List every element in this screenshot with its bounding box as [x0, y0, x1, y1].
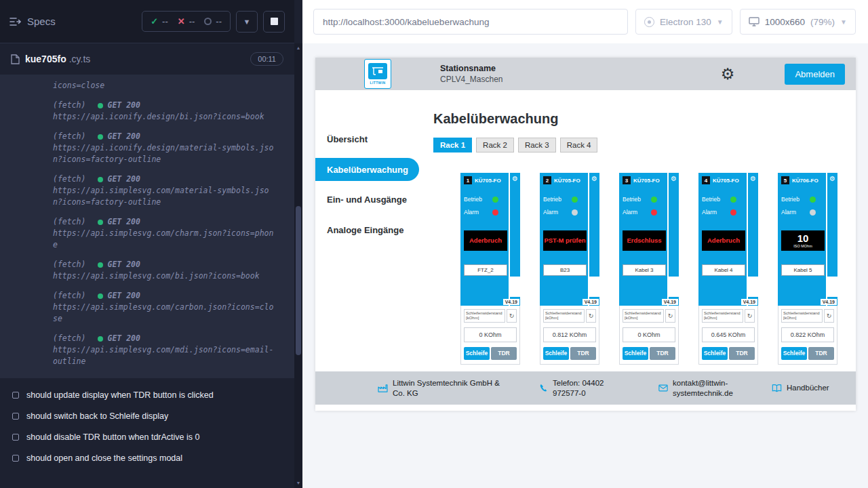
card-settings-gear-icon[interactable]: ⚙ [512, 175, 518, 183]
tdr-button[interactable]: TDR [808, 347, 834, 360]
test-item[interactable]: should open and close the settings modal [12, 453, 285, 463]
tab-rack-2[interactable]: Rack 2 [476, 138, 514, 152]
device-card-main: 1KÜ705-FOBetriebAlarmAderbruchFTZ_2 [460, 173, 509, 306]
reporter-scrollbar[interactable]: ▲ ▼ [294, 43, 302, 488]
tdr-button[interactable]: TDR [570, 347, 596, 360]
status-dot-icon [98, 293, 103, 299]
led-block: BetriebAlarm [781, 196, 825, 216]
tab-rack-1[interactable]: Rack 1 [433, 138, 472, 152]
side-white-segment [827, 277, 837, 297]
request-url: https://api.simplesvg.com/carbon.json?ic… [53, 302, 277, 325]
test-state-icon [12, 455, 19, 462]
betrieb-label: Betrieb [623, 196, 647, 203]
test-state-icon [12, 413, 19, 420]
url-input[interactable] [313, 9, 628, 35]
refresh-icon[interactable]: ↻ [745, 309, 755, 323]
resistance-label: Schleifenwiderstand [kOhm] [464, 309, 505, 323]
footer-link[interactable]: kontakt@littwin-systemtechnik.de [658, 378, 746, 399]
card-settings-gear-icon[interactable]: ⚙ [671, 175, 677, 183]
littwin-logo: LITTWIN [364, 59, 391, 89]
alarm-row: Alarm [702, 209, 745, 216]
runner-panel: Electron 130 ▼ 1000x660 (79%) ▼ [302, 0, 868, 488]
app-sidebar: ÜbersichtKabelüberwachungEin- und Ausgän… [315, 90, 419, 371]
viewport-zoom: (79%) [810, 17, 835, 27]
card-settings-gear-icon[interactable]: ⚙ [829, 175, 835, 183]
alarm-row: Alarm [781, 209, 825, 216]
app-footer-padding [315, 405, 856, 411]
refresh-icon[interactable]: ↻ [665, 309, 675, 323]
footer-link[interactable]: Telefon: 04402 972577-0 [539, 378, 633, 399]
betrieb-row: Betrieb [464, 196, 507, 203]
tdr-button[interactable]: TDR [729, 347, 755, 360]
sidebar-item-analoge-eing-nge[interactable]: Analoge Eingänge [315, 215, 419, 245]
test-item[interactable]: should switch back to Schleife display [12, 411, 285, 421]
viewport-select[interactable]: 1000x660 (79%) ▼ [740, 9, 856, 35]
footer-text: Littwin Systemtechnik GmbH & Co. KG [393, 378, 513, 399]
settings-gear-icon[interactable]: ⚙ [721, 66, 735, 82]
sidebar-item-ein-und-ausg-nge[interactable]: Ein- und Ausgänge [315, 184, 419, 215]
sidebar-item--bersicht[interactable]: Übersicht [315, 124, 419, 155]
device-model: KÜ705-FO [554, 178, 580, 184]
schleife-button[interactable]: Schleife [781, 347, 807, 360]
measurement-section: Schleifenwiderstand [kOhm]↻0.812 KOhmSch… [540, 306, 599, 365]
schleife-button[interactable]: Schleife [464, 347, 490, 360]
card-settings-gear-icon[interactable]: ⚙ [591, 175, 597, 183]
request-head: (fetch)GET 200 [53, 290, 285, 302]
log-line-continuation: icons=close [53, 80, 277, 92]
cable-name: Kabel 5 [781, 264, 825, 276]
device-card-main: 4KÜ705-FOBetriebAlarmAderbruchKabel 4 [698, 173, 747, 306]
device-card-head: 4KÜ705-FO [702, 176, 745, 184]
request-type: (fetch) [53, 290, 85, 302]
card-settings-gear-icon[interactable]: ⚙ [750, 175, 756, 183]
logout-button[interactable]: Abmelden [785, 64, 845, 85]
test-item[interactable]: should update display when TDR button is… [12, 390, 285, 400]
footer-link[interactable]: Littwin Systemtechnik GmbH & Co. KG [378, 378, 513, 399]
betrieb-label: Betrieb [543, 196, 568, 203]
status-display: 10ISO MOhm [781, 230, 825, 251]
schleife-button[interactable]: Schleife [702, 347, 728, 360]
betrieb-label: Betrieb [781, 196, 806, 203]
test-item[interactable]: should disable TDR button when tdrActive… [12, 432, 285, 442]
stop-tests-button[interactable] [263, 11, 285, 33]
schleife-button[interactable]: Schleife [623, 347, 648, 360]
test-title: should open and close the settings modal [26, 453, 182, 463]
request-status: GET 200 [98, 174, 140, 185]
scrollbar-thumb[interactable] [296, 206, 301, 355]
tab-rack-3[interactable]: Rack 3 [518, 138, 556, 152]
network-request: (fetch)GET 200https://api.iconify.design… [53, 131, 285, 165]
test-title: should switch back to Schleife display [26, 411, 168, 421]
betrieb-row: Betrieb [781, 196, 825, 203]
viewport-size: 1000x660 [765, 17, 805, 27]
app-main: Kabelüberwachung Rack 1Rack 2Rack 3Rack … [419, 90, 856, 371]
request-head: (fetch)GET 200 [53, 100, 285, 111]
tdr-button[interactable]: TDR [650, 347, 675, 360]
device-card: 2KÜ705-FOBetriebAlarmPST-M prüfenB23⚙V4.… [540, 173, 599, 365]
scroll-up-icon[interactable]: ▲ [294, 43, 302, 53]
request-url: https://api.iconify.design/material-symb… [53, 142, 277, 165]
cable-name: FTZ_2 [464, 264, 507, 276]
resistance-label: Schleifenwiderstand [kOhm] [543, 309, 585, 323]
refresh-icon[interactable]: ↻ [507, 309, 517, 323]
status-message: Erdschluss [627, 237, 661, 245]
station-info: Stationsname CPLV4_Maschen [440, 64, 503, 84]
scroll-down-icon[interactable]: ▼ [294, 479, 302, 488]
schleife-button[interactable]: Schleife [543, 347, 569, 360]
tab-rack-4[interactable]: Rack 4 [560, 138, 598, 152]
request-type: (fetch) [53, 131, 85, 142]
refresh-icon[interactable]: ↻ [586, 309, 596, 323]
mode-buttons: SchleifeTDR [702, 347, 755, 360]
browser-select[interactable]: Electron 130 ▼ [635, 9, 732, 35]
refresh-icon[interactable]: ↻ [824, 309, 834, 323]
firmware-version: V4.19 [503, 299, 519, 305]
device-card-head: 1KÜ705-FO [464, 176, 507, 184]
footer-link[interactable]: Handbücher [772, 383, 829, 393]
device-card-display: 5KÜ706-FOBetriebAlarm10ISO MOhmKabel 5⚙V… [778, 173, 837, 306]
collapse-reporter-button[interactable]: ▼ [236, 11, 258, 33]
tdr-button[interactable]: TDR [491, 347, 517, 360]
mode-buttons: SchleifeTDR [781, 347, 834, 360]
specs-button[interactable]: Specs [9, 16, 56, 27]
alarm-led [572, 209, 578, 216]
footer-text: Handbücher [787, 383, 829, 393]
sidebar-item-kabel-berwachung[interactable]: Kabelüberwachung [315, 158, 419, 181]
alarm-led [730, 209, 736, 216]
